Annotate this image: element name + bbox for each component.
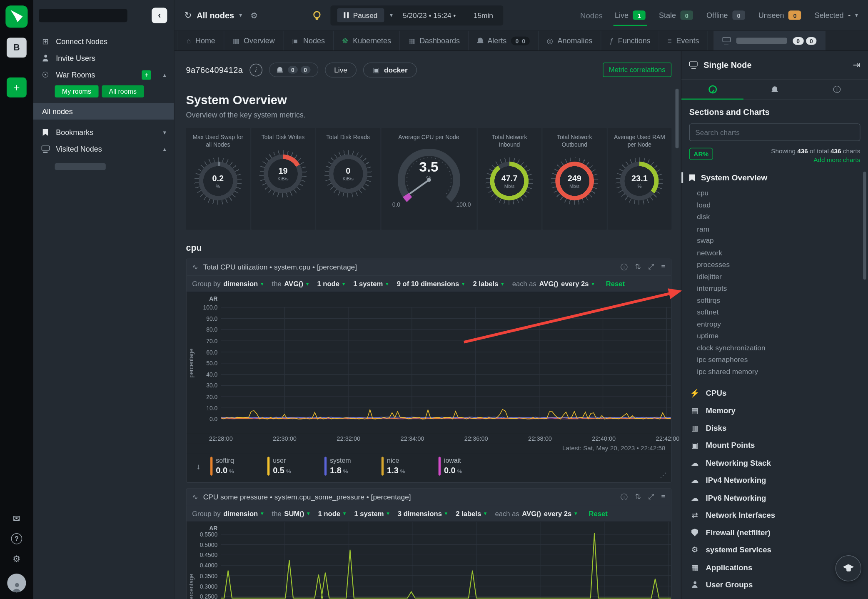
chart-item-softirqs[interactable]: softirqs (697, 294, 860, 306)
main-scrollbar[interactable] (676, 89, 679, 149)
add-room-button[interactable]: + (142, 70, 152, 80)
chart-item-uptime[interactable]: uptime (697, 330, 860, 342)
chart-control[interactable]: 3 dimensions▾ (398, 509, 448, 517)
node-filter-selected[interactable]: Selected-▾ (815, 11, 858, 20)
chart-item-entropy[interactable]: entropy (697, 318, 860, 330)
chart-item-idlejitter[interactable]: idlejitter (697, 270, 860, 282)
reset-button[interactable]: Reset (606, 280, 625, 288)
node-filter-offline[interactable]: Offline0 (706, 10, 745, 20)
chart-item-interrupts[interactable]: interrupts (697, 282, 860, 295)
section-ipv4-networking[interactable]: ☁IPv4 Networking (689, 472, 861, 489)
time-window[interactable]: 15min (474, 11, 493, 20)
gauge-card-total-disk-writes[interactable]: Total Disk Writes19KiB/s (251, 128, 315, 230)
section-user-groups[interactable]: User Groups (689, 576, 861, 594)
chart-control[interactable]: theSUM()▾ (272, 509, 310, 517)
gauge-card-max-used-swap-for-all-nodes[interactable]: Max Used Swap for all Nodes0.2% (186, 128, 250, 230)
chart-info-icon[interactable]: ⓘ (621, 492, 628, 502)
workspace-avatar[interactable]: B (7, 37, 27, 57)
add-space-button[interactable]: + (7, 77, 27, 97)
gauge-card-average-cpu[interactable]: Average CPU per Node3.5%0.0100.0 (381, 128, 476, 230)
tab-overview[interactable]: ▥Overview (224, 31, 284, 50)
node-alerts-pill[interactable]: 00 (269, 62, 318, 77)
chart-control[interactable]: 1 node▾ (317, 280, 345, 288)
panel-tab-info[interactable]: ⓘ (806, 80, 868, 99)
chart-item-ipc-shared-memory[interactable]: ipc shared memory (697, 366, 860, 378)
tab-kubernetes[interactable]: ☸Kubernetes (334, 31, 400, 50)
chart-control[interactable]: 2 labels▾ (473, 280, 504, 288)
chart-item-swap[interactable]: swap (697, 235, 860, 247)
legend-item-nice[interactable]: nice1.3% (382, 457, 433, 476)
user-avatar[interactable] (7, 574, 26, 592)
sidebar-item-bookmarks[interactable]: Bookmarks ▾ (33, 124, 174, 141)
help-icon[interactable]: ? (11, 533, 22, 544)
chart-control[interactable]: 9 of 10 dimensions▾ (397, 280, 465, 288)
sidebar-item-visited-nodes[interactable]: Visited Nodes ▴ (33, 141, 174, 157)
chevron-up-icon[interactable]: ▴ (163, 71, 166, 78)
chart-control[interactable]: theAVG()▾ (272, 280, 309, 288)
tab-home[interactable]: ⌂Home (178, 31, 224, 50)
chevron-down-icon[interactable]: ▾ (239, 12, 242, 19)
chart-expand-icon[interactable]: ⤢ (648, 262, 654, 272)
chart-item-disk[interactable]: disk (697, 211, 860, 223)
tab-alerts[interactable]: Alerts00 (469, 31, 539, 50)
redacted-visited-node[interactable] (55, 163, 106, 170)
metric-correlations-button[interactable]: Metric correlations (603, 62, 671, 77)
chart-sort-icon[interactable]: ⇅ (635, 262, 641, 272)
legend-item-iowait[interactable]: iowait0.0% (439, 457, 490, 476)
chart-item-network[interactable]: network (697, 247, 860, 259)
refresh-icon[interactable]: ↻ (185, 10, 192, 20)
chart-expand-icon[interactable]: ⤢ (648, 492, 654, 502)
gauge-card-total-network-inbound[interactable]: Total Network Inbound47.7Mb/s (477, 128, 541, 230)
node-filter-live[interactable]: Live1 (615, 10, 646, 20)
search-charts-input[interactable] (689, 123, 861, 141)
live-status-pill[interactable]: Live (325, 62, 357, 77)
tab-events[interactable]: ≡Events (659, 31, 708, 50)
datetime-display[interactable]: 5/20/23 • 15:24 • (403, 11, 456, 20)
section-cpus[interactable]: ⚡CPUs (689, 384, 861, 402)
pause-button[interactable]: Paused (337, 8, 384, 22)
my-rooms-button[interactable]: My rooms (55, 85, 99, 97)
chart-menu-icon[interactable]: ≡ (661, 492, 665, 502)
chevron-down-icon[interactable]: ▾ (390, 12, 393, 19)
node-filter-stale[interactable]: Stale0 (659, 10, 693, 20)
room-all-nodes[interactable]: All nodes (33, 103, 174, 120)
chart-control[interactable]: each asAVG()every 2s▾ (495, 509, 577, 517)
scope-selector[interactable]: ↻ All nodes ▾ (185, 10, 242, 20)
learn-fab[interactable] (836, 555, 861, 581)
chart-control[interactable]: each asAVG()every 2s▾ (512, 280, 594, 288)
section-firewall-netfilter-[interactable]: Firewall (netfilter) (689, 524, 861, 541)
legend-item-system[interactable]: system1.8% (324, 457, 376, 476)
chart-item-cpu[interactable]: cpu (697, 187, 860, 199)
collapse-panel-icon[interactable]: ⇥ (853, 60, 861, 70)
chart-sort-icon[interactable]: ⇅ (635, 492, 641, 502)
all-rooms-button[interactable]: All rooms (102, 85, 144, 97)
sidebar-item-connect-nodes[interactable]: ⊞ Connect Nodes (33, 33, 174, 50)
section-networking-stack[interactable]: ☁Networking Stack (689, 454, 861, 472)
tab-nodes[interactable]: ▣Nodes (284, 31, 334, 50)
section-mount-points[interactable]: ▣Mount Points (689, 437, 861, 454)
chart-control[interactable]: 2 labels▾ (456, 509, 486, 517)
sidebar-item-war-rooms[interactable]: ☉ War Rooms + ▴ (33, 66, 174, 83)
section-systemd-services[interactable]: ⚙systemd Services (689, 541, 861, 559)
insights-icon-wrap[interactable] (313, 10, 320, 20)
chart-control[interactable]: 1 system▾ (353, 280, 388, 288)
feedback-icon[interactable]: ✉ (13, 513, 20, 524)
chart-item-clock-synchronization[interactable]: clock synchronization (697, 342, 860, 354)
chart-info-icon[interactable]: ⓘ (621, 262, 628, 272)
panel-tab-alerts[interactable] (743, 80, 806, 99)
section-disks[interactable]: ▥Disks (689, 419, 861, 437)
node-filter-unseen[interactable]: Unseen0 (758, 10, 801, 20)
docker-pill[interactable]: ▣ docker (363, 62, 417, 77)
tab-functions[interactable]: ƒFunctions (601, 31, 659, 50)
plot-area[interactable] (221, 522, 671, 599)
add-more-charts-link[interactable]: Add more charts (771, 157, 860, 163)
legend-item-user[interactable]: user0.5% (267, 457, 319, 476)
chart-item-ram[interactable]: ram (697, 223, 860, 235)
settings-icon[interactable]: ⚙ (12, 554, 20, 564)
section-system-overview[interactable]: System Overview (689, 173, 861, 182)
panel-scrollbar[interactable] (863, 172, 866, 280)
section-memory[interactable]: ▤Memory (689, 402, 861, 419)
tab-dashboards[interactable]: ▦Dashboards (400, 31, 469, 50)
gauge-card-total-disk-reads[interactable]: Total Disk Reads0KiB/s (316, 128, 380, 230)
chart-item-processes[interactable]: processes (697, 259, 860, 271)
